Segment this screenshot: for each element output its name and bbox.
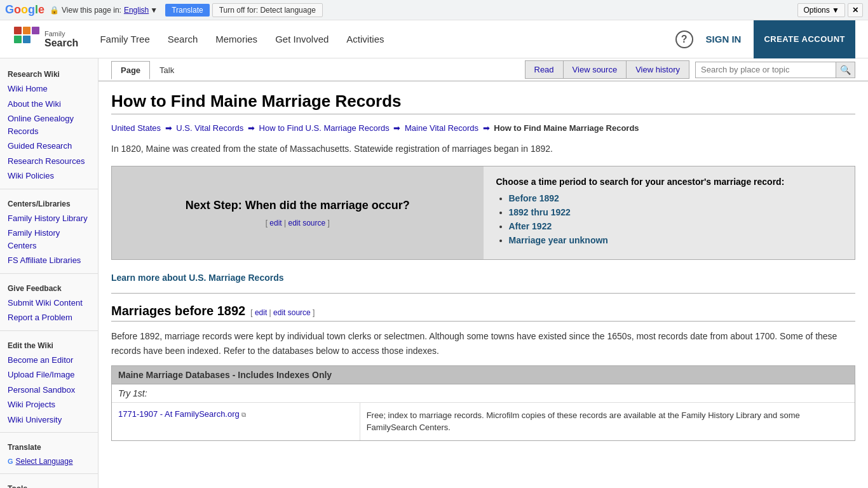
sidebar-link-about-wiki[interactable]: About the Wiki	[0, 97, 98, 112]
svg-rect-0	[14, 27, 22, 34]
db-try-first: Try 1st:	[112, 384, 855, 402]
tab-read[interactable]: Read	[525, 60, 564, 79]
section1-edit-links: [ edit | edit source ]	[250, 308, 315, 317]
decision-option-2-link[interactable]: 1892 thru 1922	[509, 207, 571, 217]
tab-talk[interactable]: Talk	[150, 61, 184, 79]
sidebar-link-research-resources[interactable]: Research Resources	[0, 154, 98, 169]
breadcrumb-arrow-1: ➡	[165, 123, 175, 133]
breadcrumb-current: How to Find Maine Marriage Records	[494, 123, 639, 133]
sidebar-link-wiki-projects[interactable]: Wiki Projects	[0, 397, 98, 412]
breadcrumb-maine-vital-records[interactable]: Maine Vital Records	[405, 123, 478, 133]
wiki-search-input[interactable]	[696, 64, 836, 76]
sidebar-section-edit-wiki: Edit the Wiki	[0, 336, 98, 353]
sidebar-link-upload-file[interactable]: Upload File/Image	[0, 367, 98, 383]
sidebar-link-family-history-library[interactable]: Family History Library	[0, 211, 98, 226]
breadcrumb-arrow-3: ➡	[393, 123, 403, 133]
article-title: How to Find Maine Marriage Records	[111, 92, 855, 114]
sidebar-link-wiki-home[interactable]: Wiki Home	[0, 81, 98, 97]
main-content: Page Talk Read View source View history …	[98, 58, 868, 488]
decision-left-title: Next Step: When did the marriage occur?	[186, 198, 410, 213]
sidebar-link-guided-research[interactable]: Guided Research	[0, 139, 98, 154]
sidebar-divider-4	[0, 432, 98, 433]
decision-option-4-link[interactable]: Marriage year unknown	[509, 235, 608, 245]
external-link-icon: ⧉	[241, 411, 246, 418]
nav-search[interactable]: Search	[159, 20, 207, 58]
translate-bar: Google 🔒 View this page in: English ▼ Tr…	[0, 0, 868, 20]
sidebar-link-submit-wiki[interactable]: Submit Wiki Content	[0, 295, 98, 311]
decision-right: Choose a time period to search for your …	[484, 166, 855, 259]
sidebar-section-translate: Translate	[0, 438, 98, 454]
tab-view-source[interactable]: View source	[563, 60, 627, 79]
nav-memories[interactable]: Memories	[207, 20, 266, 58]
tabs-right: Read View source View history 🔍	[525, 60, 856, 79]
tab-view-history[interactable]: View history	[626, 60, 689, 79]
db-table-header: Maine Marriage Databases - Includes Inde…	[112, 366, 855, 384]
view-page-text: View this page in:	[62, 6, 121, 15]
nav-family-tree[interactable]: Family Tree	[91, 20, 158, 58]
section1-edit-source-link[interactable]: edit source	[273, 308, 311, 317]
breadcrumb: United States ➡ U.S. Vital Records ➡ How…	[111, 122, 855, 135]
decision-edit-source-link[interactable]: edit source	[288, 219, 325, 227]
breadcrumb-united-states[interactable]: United States	[111, 123, 161, 133]
main-header: Family Search Family Tree Search Memorie…	[0, 20, 868, 58]
sidebar-link-become-editor[interactable]: Become an Editor	[0, 353, 98, 368]
decision-edit-link[interactable]: edit	[269, 219, 281, 227]
sidebar-link-wiki-policies[interactable]: Wiki Policies	[0, 168, 98, 184]
sidebar-section-tools: Tools	[0, 479, 98, 488]
help-icon[interactable]: ?	[675, 30, 693, 48]
options-button[interactable]: Options ▼	[797, 3, 845, 17]
svg-rect-4	[32, 27, 39, 34]
decision-option-2: 1892 thru 1922	[509, 207, 843, 217]
sidebar-divider-3	[0, 330, 98, 331]
main-nav: Family Tree Search Memories Get Involved…	[91, 20, 675, 58]
db-table: Maine Marriage Databases - Includes Inde…	[111, 365, 855, 441]
close-button[interactable]: ✕	[848, 3, 863, 17]
section-divider	[111, 293, 855, 294]
decision-option-3-link[interactable]: After 1922	[509, 221, 552, 231]
familysearch-logo-icon	[13, 25, 41, 53]
logo[interactable]: Family Search	[13, 25, 78, 53]
nav-get-involved[interactable]: Get Involved	[266, 20, 337, 58]
create-account-button[interactable]: CREATE ACCOUNT	[754, 20, 855, 58]
page-layout: Research Wiki Wiki Home About the Wiki O…	[0, 58, 868, 488]
sign-in-button[interactable]: SIGN IN	[700, 34, 748, 44]
nav-activities[interactable]: Activities	[337, 20, 393, 58]
db-row-1: 1771-1907 - At FamilySearch.org ⧉ Free; …	[112, 402, 855, 440]
section1-heading: Marriages before 1892 [ edit | edit sour…	[111, 304, 855, 322]
google-logo: Google	[5, 3, 44, 17]
learn-more-link[interactable]: Learn more about U.S. Marriage Records	[111, 270, 855, 283]
db-row-1-right: Free; index to marriage records. Microfi…	[360, 403, 855, 440]
sidebar-link-family-history-centers[interactable]: Family History Centers	[0, 226, 98, 253]
svg-rect-2	[14, 36, 22, 43]
tab-page[interactable]: Page	[111, 61, 150, 79]
breadcrumb-us-vital-records[interactable]: U.S. Vital Records	[176, 123, 243, 133]
article-intro: In 1820, Maine was created from the stat…	[111, 142, 855, 156]
header-right: ? SIGN IN CREATE ACCOUNT	[675, 20, 855, 58]
dropdown-icon: ▼	[150, 6, 158, 15]
page-tabs: Page Talk Read View source View history …	[98, 58, 868, 81]
sidebar-link-wiki-university[interactable]: Wiki University	[0, 412, 98, 428]
sidebar-link-fs-affiliate[interactable]: FS Affiliate Libraries	[0, 253, 98, 268]
decision-right-title: Choose a time period to search for your …	[496, 177, 843, 187]
article: How to Find Maine Marriage Records Unite…	[98, 81, 868, 459]
logo-family-text: Family	[44, 30, 78, 37]
sidebar-section-feedback: Give Feedback	[0, 279, 98, 295]
sidebar-link-online-genealogy[interactable]: Online Genealogy Records	[0, 111, 98, 139]
sidebar-divider-2	[0, 273, 98, 274]
select-language-link[interactable]: Select Language	[16, 457, 73, 466]
section1-edit-link[interactable]: edit	[255, 308, 267, 317]
sidebar-section-research-wiki: Research Wiki	[0, 65, 98, 81]
sidebar-section-centers: Centers/Libraries	[0, 194, 98, 211]
wiki-search-button[interactable]: 🔍	[836, 62, 855, 78]
breadcrumb-us-marriage-records[interactable]: How to Find U.S. Marriage Records	[259, 123, 390, 133]
select-language-area[interactable]: G Select Language	[0, 454, 98, 468]
sidebar-divider-5	[0, 473, 98, 474]
wiki-search-box: 🔍	[695, 62, 855, 78]
sidebar-link-report-problem[interactable]: Report a Problem	[0, 310, 98, 325]
sidebar-link-personal-sandbox[interactable]: Personal Sandbox	[0, 383, 98, 398]
db-row-1-link[interactable]: 1771-1907 - At FamilySearch.org	[118, 409, 240, 419]
translate-button[interactable]: Translate	[165, 4, 210, 17]
language-select[interactable]: English	[124, 6, 149, 15]
turnoff-button[interactable]: Turn off for: Detect language	[212, 3, 323, 17]
decision-option-1-link[interactable]: Before 1892	[509, 193, 559, 203]
